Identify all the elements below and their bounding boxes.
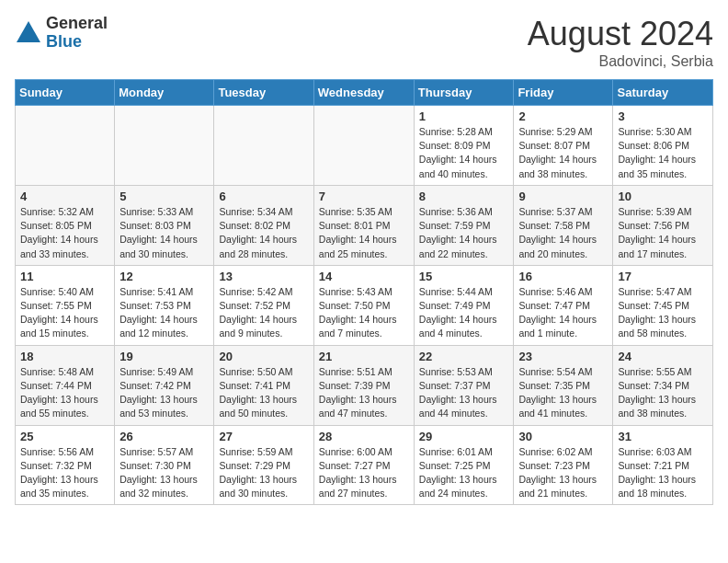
calendar-cell: 20Sunrise: 5:50 AM Sunset: 7:41 PM Dayli… — [214, 345, 313, 425]
calendar-cell: 23Sunrise: 5:54 AM Sunset: 7:35 PM Dayli… — [514, 345, 613, 425]
calendar-cell: 1Sunrise: 5:28 AM Sunset: 8:09 PM Daylig… — [414, 106, 514, 186]
day-info: Sunrise: 5:42 AM Sunset: 7:52 PM Dayligh… — [219, 285, 308, 341]
day-info: Sunrise: 5:30 AM Sunset: 8:06 PM Dayligh… — [618, 125, 708, 181]
day-number: 20 — [219, 350, 308, 363]
day-info: Sunrise: 5:51 AM Sunset: 7:39 PM Dayligh… — [319, 365, 409, 421]
calendar-cell: 11Sunrise: 5:40 AM Sunset: 7:55 PM Dayli… — [16, 265, 115, 345]
weekday-header-saturday: Saturday — [613, 80, 713, 106]
day-info: Sunrise: 5:36 AM Sunset: 7:59 PM Dayligh… — [419, 205, 509, 261]
weekday-header-row: SundayMondayTuesdayWednesdayThursdayFrid… — [16, 80, 713, 106]
calendar-cell: 12Sunrise: 5:41 AM Sunset: 7:53 PM Dayli… — [115, 265, 214, 345]
calendar-cell: 30Sunrise: 6:02 AM Sunset: 7:23 PM Dayli… — [514, 425, 613, 505]
logo: General Blue — [15, 15, 108, 52]
calendar-cell: 6Sunrise: 5:34 AM Sunset: 8:02 PM Daylig… — [214, 185, 313, 265]
day-info: Sunrise: 5:37 AM Sunset: 7:58 PM Dayligh… — [518, 205, 608, 261]
logo-icon — [15, 19, 42, 47]
calendar-cell: 15Sunrise: 5:44 AM Sunset: 7:49 PM Dayli… — [414, 265, 514, 345]
day-number: 21 — [319, 350, 409, 363]
day-info: Sunrise: 5:33 AM Sunset: 8:03 PM Dayligh… — [119, 205, 209, 261]
calendar-cell: 2Sunrise: 5:29 AM Sunset: 8:07 PM Daylig… — [514, 106, 613, 186]
calendar-cell: 13Sunrise: 5:42 AM Sunset: 7:52 PM Dayli… — [214, 265, 313, 345]
calendar-cell: 8Sunrise: 5:36 AM Sunset: 7:59 PM Daylig… — [414, 185, 514, 265]
day-number: 8 — [419, 190, 509, 203]
weekday-header-monday: Monday — [115, 80, 214, 106]
calendar-cell: 5Sunrise: 5:33 AM Sunset: 8:03 PM Daylig… — [115, 185, 214, 265]
logo-blue-text: Blue — [46, 33, 108, 52]
location: Badovinci, Serbia — [528, 53, 713, 70]
day-info: Sunrise: 6:02 AM Sunset: 7:23 PM Dayligh… — [518, 445, 608, 501]
day-info: Sunrise: 5:39 AM Sunset: 7:56 PM Dayligh… — [618, 205, 708, 261]
day-info: Sunrise: 5:46 AM Sunset: 7:47 PM Dayligh… — [518, 285, 608, 341]
day-info: Sunrise: 5:32 AM Sunset: 8:05 PM Dayligh… — [20, 205, 109, 261]
day-info: Sunrise: 6:01 AM Sunset: 7:25 PM Dayligh… — [419, 445, 509, 501]
day-number: 6 — [219, 190, 308, 203]
day-number: 18 — [20, 350, 109, 363]
calendar-cell: 17Sunrise: 5:47 AM Sunset: 7:45 PM Dayli… — [613, 265, 713, 345]
calendar-cell: 28Sunrise: 6:00 AM Sunset: 7:27 PM Dayli… — [313, 425, 414, 505]
calendar-cell: 9Sunrise: 5:37 AM Sunset: 7:58 PM Daylig… — [514, 185, 613, 265]
day-info: Sunrise: 5:41 AM Sunset: 7:53 PM Dayligh… — [119, 285, 209, 341]
day-number: 28 — [319, 430, 409, 443]
day-info: Sunrise: 6:03 AM Sunset: 7:21 PM Dayligh… — [618, 445, 708, 501]
calendar-cell: 24Sunrise: 5:55 AM Sunset: 7:34 PM Dayli… — [613, 345, 713, 425]
day-number: 4 — [20, 190, 109, 203]
day-number: 5 — [119, 190, 209, 203]
calendar-cell: 18Sunrise: 5:48 AM Sunset: 7:44 PM Dayli… — [16, 345, 115, 425]
calendar-cell: 4Sunrise: 5:32 AM Sunset: 8:05 PM Daylig… — [16, 185, 115, 265]
calendar-cell: 22Sunrise: 5:53 AM Sunset: 7:37 PM Dayli… — [414, 345, 514, 425]
calendar-cell: 27Sunrise: 5:59 AM Sunset: 7:29 PM Dayli… — [214, 425, 313, 505]
day-number: 2 — [518, 109, 608, 123]
calendar-cell: 10Sunrise: 5:39 AM Sunset: 7:56 PM Dayli… — [613, 185, 713, 265]
day-number: 30 — [518, 430, 608, 443]
day-info: Sunrise: 5:35 AM Sunset: 8:01 PM Dayligh… — [319, 205, 409, 261]
day-info: Sunrise: 5:53 AM Sunset: 7:37 PM Dayligh… — [419, 365, 509, 421]
calendar-cell: 16Sunrise: 5:46 AM Sunset: 7:47 PM Dayli… — [514, 265, 613, 345]
calendar-week-row: 4Sunrise: 5:32 AM Sunset: 8:05 PM Daylig… — [16, 185, 713, 265]
weekday-header-friday: Friday — [514, 80, 613, 106]
day-number: 26 — [119, 430, 209, 443]
logo-general-text: General — [46, 15, 108, 33]
day-info: Sunrise: 6:00 AM Sunset: 7:27 PM Dayligh… — [319, 445, 409, 501]
day-info: Sunrise: 5:44 AM Sunset: 7:49 PM Dayligh… — [419, 285, 509, 341]
calendar-cell: 26Sunrise: 5:57 AM Sunset: 7:30 PM Dayli… — [115, 425, 214, 505]
day-number: 23 — [518, 350, 608, 363]
weekday-header-tuesday: Tuesday — [214, 80, 313, 106]
day-number: 1 — [419, 109, 509, 123]
calendar-table: SundayMondayTuesdayWednesdayThursdayFrid… — [15, 79, 713, 505]
day-info: Sunrise: 5:29 AM Sunset: 8:07 PM Dayligh… — [518, 125, 608, 181]
day-number: 15 — [419, 270, 509, 283]
day-number: 27 — [219, 430, 308, 443]
weekday-header-thursday: Thursday — [414, 80, 514, 106]
day-number: 7 — [319, 190, 409, 203]
calendar-cell — [313, 106, 414, 186]
month-title: August 2024 — [528, 15, 713, 53]
day-number: 24 — [618, 350, 708, 363]
day-info: Sunrise: 5:40 AM Sunset: 7:55 PM Dayligh… — [20, 285, 109, 341]
day-number: 14 — [319, 270, 409, 283]
day-number: 25 — [20, 430, 109, 443]
weekday-header-wednesday: Wednesday — [313, 80, 414, 106]
day-number: 19 — [119, 350, 209, 363]
calendar-cell — [16, 106, 115, 186]
title-section: August 2024 Badovinci, Serbia — [528, 15, 713, 70]
calendar-cell: 29Sunrise: 6:01 AM Sunset: 7:25 PM Dayli… — [414, 425, 514, 505]
day-info: Sunrise: 5:56 AM Sunset: 7:32 PM Dayligh… — [20, 445, 109, 501]
calendar-cell: 21Sunrise: 5:51 AM Sunset: 7:39 PM Dayli… — [313, 345, 414, 425]
calendar-week-row: 1Sunrise: 5:28 AM Sunset: 8:09 PM Daylig… — [16, 106, 713, 186]
calendar-cell: 7Sunrise: 5:35 AM Sunset: 8:01 PM Daylig… — [313, 185, 414, 265]
day-number: 16 — [518, 270, 608, 283]
day-info: Sunrise: 5:59 AM Sunset: 7:29 PM Dayligh… — [219, 445, 308, 501]
day-number: 17 — [618, 270, 708, 283]
day-info: Sunrise: 5:55 AM Sunset: 7:34 PM Dayligh… — [618, 365, 708, 421]
day-info: Sunrise: 5:28 AM Sunset: 8:09 PM Dayligh… — [419, 125, 509, 181]
day-info: Sunrise: 5:48 AM Sunset: 7:44 PM Dayligh… — [20, 365, 109, 421]
day-info: Sunrise: 5:43 AM Sunset: 7:50 PM Dayligh… — [319, 285, 409, 341]
day-number: 31 — [618, 430, 708, 443]
weekday-header-sunday: Sunday — [16, 80, 115, 106]
day-info: Sunrise: 5:49 AM Sunset: 7:42 PM Dayligh… — [119, 365, 209, 421]
day-info: Sunrise: 5:47 AM Sunset: 7:45 PM Dayligh… — [618, 285, 708, 341]
day-number: 11 — [20, 270, 109, 283]
calendar-cell: 25Sunrise: 5:56 AM Sunset: 7:32 PM Dayli… — [16, 425, 115, 505]
day-number: 29 — [419, 430, 509, 443]
day-number: 9 — [518, 190, 608, 203]
